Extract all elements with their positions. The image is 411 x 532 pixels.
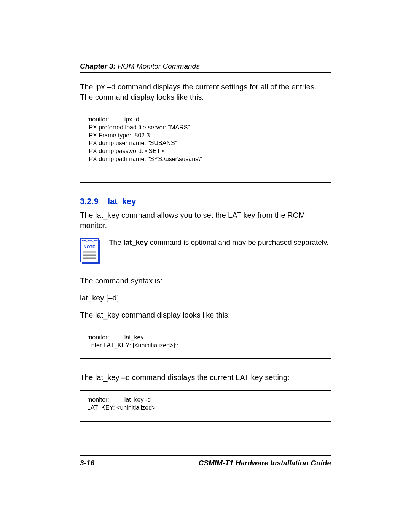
latkey-cmd: lat_key [95,211,119,219]
guide-title: CSMIM-T1 Hardware Installation Guide [199,459,331,467]
ldi-pre: The [80,311,95,319]
chapter-title: ROM Monitor Commands [118,62,199,70]
note-bold: lat_key [123,238,148,246]
note-icon: NOTE [80,238,100,264]
latkey-display-intro: The lat_key command display looks like t… [80,310,331,320]
ldi-cmd: lat_key [95,311,119,319]
codebox-ipx: monitor:: ipx -d IPX preferred load file… [80,110,331,183]
section-number: 3.2.9 [80,197,99,206]
page-number: 3-16 [80,459,94,467]
intro-pre: The [80,83,95,91]
note-text: The lat_key command is optional and may … [109,238,328,248]
note-post: command is optional and may be purchased… [148,238,328,246]
chapter-label: Chapter 3: [80,62,118,70]
ldi-post: command display looks like this: [119,311,230,319]
note-label-text: NOTE [84,244,96,249]
latkey-paragraph: The lat_key command allows you to set th… [80,210,331,231]
codebox-latkey-d: monitor:: lat_key -d LAT_KEY: <uninitial… [80,390,331,422]
ld-cmd: lat_key –d [95,373,132,382]
page-content: Chapter 3: ROM Monitor Commands The ipx … [80,62,331,435]
ld-post: command displays the current LAT key set… [132,373,290,382]
intro-paragraph: The ipx –d command displays the current … [80,82,331,102]
intro-cmd: ipx –d [95,83,118,91]
note-pre: The [109,238,123,246]
note-block: NOTE The lat_key command is optional and… [80,238,331,264]
latkey-d-intro: The lat_key –d command displays the curr… [80,372,331,383]
codebox-latkey: monitor:: lat_key Enter LAT_KEY: [<unini… [80,328,331,359]
latkey-pre: The [80,211,95,219]
section-heading: 3.2.9lat_key [80,197,331,206]
ld-pre: The [80,373,95,382]
section-title: lat_key [108,197,136,206]
syntax-intro: The command syntax is: [80,276,331,286]
syntax-line: lat_key [–d] [80,293,331,303]
page-footer: 3-16 CSMIM-T1 Hardware Installation Guid… [80,455,331,467]
chapter-header: Chapter 3: ROM Monitor Commands [80,62,331,73]
